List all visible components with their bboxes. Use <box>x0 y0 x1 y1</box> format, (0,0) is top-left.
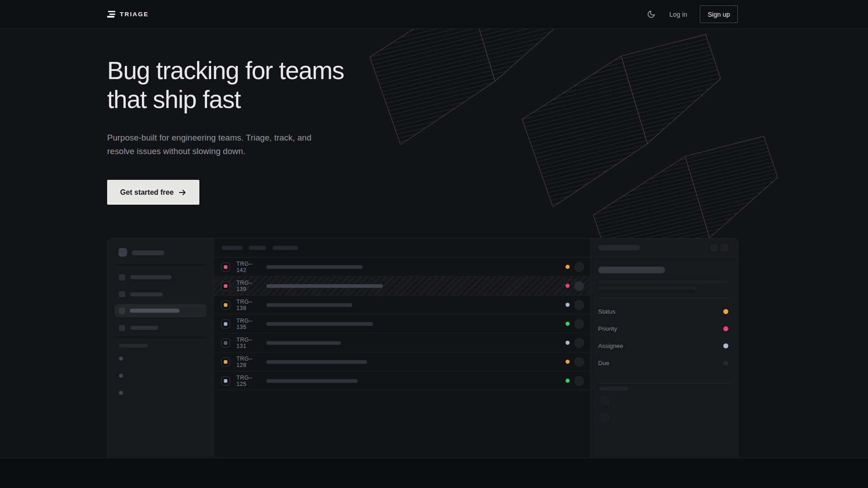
assignee-avatar-skeleton <box>574 338 584 348</box>
issue-title-skeleton <box>266 360 367 364</box>
workspace-name-skeleton <box>132 250 165 255</box>
issue-id: TRG–125 <box>236 375 261 387</box>
nav-item-label-skeleton <box>130 309 179 313</box>
issue-row: TRG–125 <box>214 371 590 390</box>
panel-header <box>591 239 738 258</box>
property-row: Status <box>591 303 738 320</box>
nav-item-icon-skeleton <box>119 308 125 314</box>
issue-id: TRG–138 <box>236 299 261 311</box>
property-value-dot <box>723 326 728 331</box>
issue-id: TRG–139 <box>236 280 261 292</box>
footer <box>0 458 868 488</box>
property-rows: StatusPriorityAssigneeDue <box>591 303 738 371</box>
priority-icon <box>221 357 230 366</box>
hero-subtitle-line1: Purpose-built for engineering teams. Tri… <box>107 133 311 142</box>
priority-dot <box>224 265 227 269</box>
priority-dot <box>224 379 227 383</box>
property-value-dot <box>723 343 728 348</box>
filter-chip-skeleton <box>249 246 266 250</box>
issue-row: TRG–128 <box>214 352 590 371</box>
issue-row: TRG–139 <box>214 277 590 296</box>
sidebar-divider <box>114 267 207 267</box>
priority-icon <box>221 376 230 385</box>
status-dot <box>566 341 570 345</box>
nav-item-label-skeleton <box>130 326 158 330</box>
nav-inner: TRIAGE Log in Sign up <box>107 0 738 28</box>
status-dot <box>566 265 570 269</box>
assignee-avatar-skeleton <box>574 357 584 367</box>
panel-title-skeleton <box>598 245 640 250</box>
status-dot <box>566 322 570 326</box>
sidebar-divider <box>114 339 207 340</box>
priority-dot <box>224 322 227 326</box>
issue-row: TRG–131 <box>214 333 590 352</box>
issue-id: TRG–131 <box>236 337 261 349</box>
triage-logo-icon <box>107 11 115 18</box>
issue-row: TRG–142 <box>214 258 590 277</box>
issue-row: TRG–138 <box>214 296 590 314</box>
assignee-avatar-skeleton <box>574 262 584 272</box>
brand[interactable]: TRIAGE <box>107 11 149 18</box>
property-label: Priority <box>598 325 617 332</box>
filter-chip-skeleton <box>273 246 298 250</box>
theme-toggle-button[interactable] <box>646 9 656 19</box>
issue-id: TRG–142 <box>236 261 261 273</box>
priority-dot <box>224 360 227 364</box>
property-value-dot <box>723 361 728 366</box>
get-started-label: Get started free <box>120 188 174 197</box>
priority-icon <box>221 263 230 272</box>
property-label: Due <box>598 360 609 366</box>
nav-item-label-skeleton <box>130 275 172 279</box>
panel-divider <box>598 383 731 384</box>
issue-title-skeleton <box>266 265 363 269</box>
issue-title-skeleton <box>266 341 341 345</box>
mockup-detail-panel: StatusPriorityAssigneeDue <box>590 239 738 458</box>
login-link[interactable]: Log in <box>669 11 687 18</box>
issue-title-skeleton <box>266 284 383 288</box>
hero-title-line1: Bug tracking for teams <box>107 56 344 84</box>
sidebar-bullet <box>119 374 123 378</box>
property-row: Assignee <box>591 337 738 354</box>
assignee-avatar-skeleton <box>574 300 584 310</box>
section-label-skeleton <box>119 344 148 347</box>
activity-avatar-skeleton <box>599 412 610 423</box>
filter-chip-skeleton <box>222 246 243 250</box>
priority-icon <box>221 300 230 310</box>
panel-divider <box>598 298 731 298</box>
issue-row: TRG–135 <box>214 314 590 333</box>
signup-button[interactable]: Sign up <box>700 5 738 23</box>
issue-title-skeleton <box>266 379 358 383</box>
get-started-button[interactable]: Get started free <box>107 180 199 205</box>
priority-icon <box>221 338 230 347</box>
hero-subtitle-line2: resolve issues without slowing down. <box>107 146 245 156</box>
status-dot <box>566 284 570 288</box>
nav-actions: Log in Sign up <box>646 5 738 23</box>
issue-rows: TRG–142TRG–139TRG–138TRG–135TRG–131TRG–1… <box>214 258 590 390</box>
hero-subtitle: Purpose-built for engineering teams. Tri… <box>107 131 311 158</box>
panel-action-button-skeleton <box>711 244 718 251</box>
brand-name: TRIAGE <box>120 11 149 18</box>
panel-action-button-skeleton <box>721 244 728 251</box>
hero-section: Bug tracking for teamsthat ship fast Pur… <box>0 29 868 458</box>
priority-icon <box>221 282 230 291</box>
status-dot <box>566 360 570 364</box>
description-line-skeleton <box>598 286 697 290</box>
moon-icon <box>647 10 656 19</box>
assignee-avatar-skeleton <box>574 319 584 329</box>
top-nav: TRIAGE Log in Sign up <box>0 0 868 29</box>
mockup-sidebar <box>108 239 214 458</box>
property-label: Assignee <box>598 343 623 349</box>
assignee-avatar-skeleton <box>574 376 584 386</box>
workspace-avatar-skeleton <box>118 248 127 257</box>
status-dot <box>566 379 570 383</box>
arrow-right-icon <box>179 189 186 196</box>
priority-dot <box>224 303 227 307</box>
issue-title-skeleton <box>266 322 373 326</box>
property-row: Priority <box>591 320 738 337</box>
nav-item-icon-skeleton <box>119 274 125 281</box>
activity-label-skeleton <box>599 387 628 390</box>
property-label: Status <box>598 308 615 315</box>
nav-item-icon-skeleton <box>119 325 125 331</box>
issue-title-skeleton <box>598 267 665 273</box>
property-row: Due <box>591 354 738 371</box>
